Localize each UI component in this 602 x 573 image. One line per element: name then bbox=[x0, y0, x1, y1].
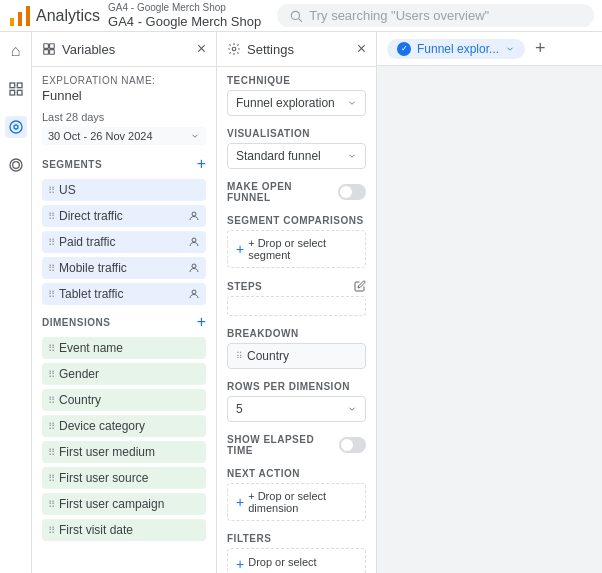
segment-comparisons-group: SEGMENT COMPARISONS + + Drop or select s… bbox=[227, 215, 366, 268]
analytics-title: Analytics bbox=[36, 7, 100, 25]
technique-label: TECHNIQUE bbox=[227, 75, 366, 86]
open-funnel-toggle[interactable] bbox=[338, 184, 366, 200]
left-sidebar: ⌂ bbox=[0, 32, 32, 573]
filters-group: FILTERS + Drop or select dimension or me… bbox=[227, 533, 366, 573]
variables-panel-close[interactable]: × bbox=[197, 40, 206, 58]
date-dropdown-icon bbox=[190, 131, 200, 141]
dimensions-label: DIMENSIONS bbox=[42, 317, 110, 328]
variables-panel: Variables × EXPLORATION NAME: Funnel Las… bbox=[32, 32, 217, 573]
dimension-gender[interactable]: ⠿ Gender bbox=[42, 363, 206, 385]
technique-dropdown-icon bbox=[347, 98, 357, 108]
segment-item-tablet[interactable]: ⠿ Tablet traffic bbox=[42, 283, 206, 305]
svg-point-20 bbox=[192, 290, 196, 294]
dimension-first-user-campaign[interactable]: ⠿ First user campaign bbox=[42, 493, 206, 515]
breadcrumb-bottom: GA4 - Google Merch Shop bbox=[108, 14, 261, 30]
svg-point-10 bbox=[14, 125, 18, 129]
search-placeholder: Try searching "Users overview" bbox=[309, 8, 489, 23]
settings-panel: Settings × TECHNIQUE Funnel exploration … bbox=[217, 32, 377, 573]
breakdown-value-box[interactable]: ⠿ Country bbox=[227, 343, 366, 369]
dimension-first-visit-date[interactable]: ⠿ First visit date bbox=[42, 519, 206, 541]
visualisation-group: VISUALISATION Standard funnel bbox=[227, 128, 366, 169]
svg-point-17 bbox=[192, 212, 196, 216]
main-area: ⌂ Variables × EXPLORATION NAME: Funnel bbox=[0, 32, 602, 573]
elapsed-time-toggle[interactable] bbox=[339, 437, 366, 453]
drop-dimension-box[interactable]: + + Drop or select dimension bbox=[227, 483, 366, 521]
next-action-group: NEXT ACTION + + Drop or select dimension bbox=[227, 468, 366, 521]
toggle-knob bbox=[340, 186, 352, 198]
settings-panel-close[interactable]: × bbox=[357, 40, 366, 58]
technique-select[interactable]: Funnel exploration bbox=[227, 90, 366, 116]
svg-rect-1 bbox=[18, 12, 22, 26]
visualisation-select[interactable]: Standard funnel bbox=[227, 143, 366, 169]
open-funnel-row: MAKE OPEN FUNNEL bbox=[227, 181, 366, 203]
drop-segment-box[interactable]: + + Drop or select segment bbox=[227, 230, 366, 268]
segment-item-direct[interactable]: ⠿ Direct traffic bbox=[42, 205, 206, 227]
variables-panel-title: Variables bbox=[42, 42, 115, 57]
svg-point-21 bbox=[232, 47, 236, 51]
drag-handle: ⠿ bbox=[48, 289, 55, 300]
settings-icon bbox=[227, 42, 241, 56]
breakdown-label: BREAKDOWN bbox=[227, 328, 366, 339]
segment-us-name: ⠿ US bbox=[48, 183, 76, 197]
svg-point-3 bbox=[292, 11, 300, 19]
search-icon bbox=[289, 9, 303, 23]
variables-panel-header: Variables × bbox=[32, 32, 216, 67]
rows-per-dimension-select[interactable]: 5 bbox=[227, 396, 366, 422]
drag-handle: ⠿ bbox=[48, 473, 55, 484]
right-panel-header: ✓ Funnel explor... + bbox=[377, 32, 602, 66]
segment-paid-name: ⠿ Paid traffic bbox=[48, 235, 115, 249]
elapsed-time-row: SHOW ELAPSED TIME bbox=[227, 434, 366, 456]
drag-handle: ⠿ bbox=[48, 525, 55, 536]
rows-dropdown-icon bbox=[347, 404, 357, 414]
segment-item-us[interactable]: ⠿ US bbox=[42, 179, 206, 201]
steps-row: STEPS bbox=[227, 280, 366, 292]
segment-comparisons-label: SEGMENT COMPARISONS bbox=[227, 215, 366, 226]
top-bar: Analytics GA4 - Google Merch Shop GA4 - … bbox=[0, 0, 602, 32]
dimensions-section-header: DIMENSIONS + bbox=[42, 313, 206, 331]
dimension-country[interactable]: ⠿ Country bbox=[42, 389, 206, 411]
toggle-knob bbox=[341, 439, 353, 451]
sidebar-item-reports[interactable] bbox=[5, 78, 27, 100]
dimension-first-user-source[interactable]: ⠿ First user source bbox=[42, 467, 206, 489]
sidebar-item-advertising[interactable] bbox=[5, 154, 27, 176]
svg-rect-16 bbox=[50, 50, 55, 55]
visualisation-dropdown-icon bbox=[347, 151, 357, 161]
segment-direct-name: ⠿ Direct traffic bbox=[48, 209, 123, 223]
steps-edit-icon[interactable] bbox=[354, 280, 366, 292]
dimensions-add-button[interactable]: + bbox=[197, 313, 206, 331]
right-panel: ✓ Funnel explor... + bbox=[377, 32, 602, 573]
sidebar-item-home[interactable]: ⌂ bbox=[5, 40, 27, 62]
segment-item-paid[interactable]: ⠿ Paid traffic bbox=[42, 231, 206, 253]
add-tab-button[interactable]: + bbox=[535, 38, 546, 59]
elapsed-time-label: SHOW ELAPSED TIME bbox=[227, 434, 339, 456]
dimension-device-category[interactable]: ⠿ Device category bbox=[42, 415, 206, 437]
svg-rect-13 bbox=[44, 44, 49, 49]
svg-point-18 bbox=[192, 238, 196, 242]
search-bar[interactable]: Try searching "Users overview" bbox=[277, 4, 594, 27]
drag-handle: ⠿ bbox=[48, 185, 55, 196]
logo-area: Analytics bbox=[8, 4, 100, 28]
drag-handle: ⠿ bbox=[236, 351, 243, 361]
funnel-tab-check-icon: ✓ bbox=[397, 42, 411, 56]
plus-icon: + bbox=[236, 494, 244, 510]
date-range-value[interactable]: 30 Oct - 26 Nov 2024 bbox=[42, 127, 206, 145]
dimension-first-user-medium[interactable]: ⠿ First user medium bbox=[42, 441, 206, 463]
segments-add-button[interactable]: + bbox=[197, 155, 206, 173]
segment-item-mobile[interactable]: ⠿ Mobile traffic bbox=[42, 257, 206, 279]
right-panel-content bbox=[377, 66, 602, 573]
analytics-logo-icon bbox=[8, 4, 32, 28]
dimension-event-name[interactable]: ⠿ Event name bbox=[42, 337, 206, 359]
drag-handle: ⠿ bbox=[48, 395, 55, 406]
funnel-explorer-tab[interactable]: ✓ Funnel explor... bbox=[387, 39, 525, 59]
drop-filter-box[interactable]: + Drop or select dimension or metric bbox=[227, 548, 366, 573]
drag-handle: ⠿ bbox=[48, 447, 55, 458]
drag-handle: ⠿ bbox=[48, 263, 55, 274]
svg-rect-5 bbox=[10, 83, 15, 88]
sidebar-item-explore[interactable] bbox=[5, 116, 27, 138]
segment-tablet-name: ⠿ Tablet traffic bbox=[48, 287, 123, 301]
svg-rect-6 bbox=[17, 83, 22, 88]
rows-per-dimension-group: ROWS PER DIMENSION 5 bbox=[227, 381, 366, 422]
steps-group: STEPS bbox=[227, 280, 366, 316]
exploration-name-label: EXPLORATION NAME: bbox=[42, 75, 206, 86]
settings-panel-header: Settings × bbox=[217, 32, 376, 67]
